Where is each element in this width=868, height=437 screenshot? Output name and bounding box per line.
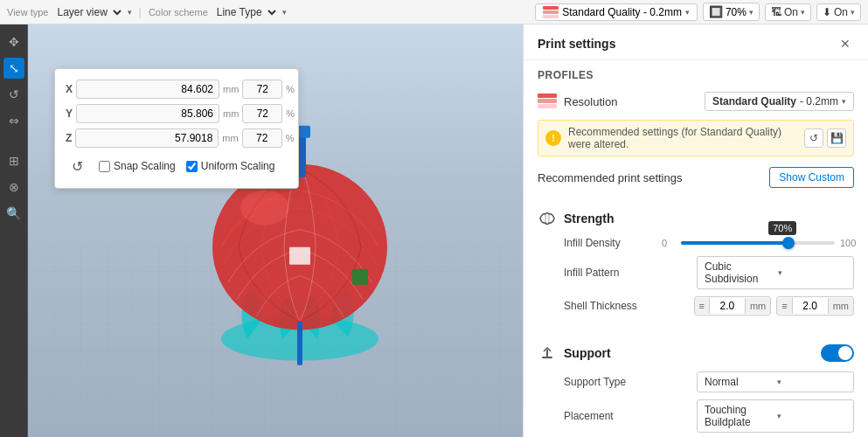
x-unit: mm — [223, 84, 239, 94]
transform-row-y: Y mm % — [66, 104, 288, 123]
z-pct-input[interactable] — [242, 128, 282, 148]
resolution-label: Resolution — [564, 95, 698, 108]
slider-track[interactable]: 70% — [681, 241, 835, 245]
shell-icon-2: ≡ — [777, 298, 792, 314]
svg-rect-9 — [352, 269, 368, 285]
view-type-select[interactable]: Layer view — [52, 5, 124, 19]
quality-icon — [543, 6, 559, 18]
svg-rect-2 — [543, 15, 559, 18]
panel-title: Print settings — [538, 37, 615, 51]
main-area: ✥ ⤡ ↺ ⇔ ⊞ ⊗ 🔍 — [0, 24, 868, 437]
svg-rect-1 — [543, 10, 559, 14]
infill-density-row: Infill Density 0 70% 100 — [538, 237, 854, 249]
warning-actions: ↺ 💾 — [804, 128, 846, 148]
slider-min: 0 — [662, 238, 676, 248]
viewport[interactable]: X mm % Y mm % Z mm % ↺ — [28, 24, 523, 437]
svg-rect-0 — [543, 6, 559, 10]
uniform-scaling-checkbox[interactable] — [186, 161, 198, 172]
shell-thickness-row: Shell Thickness ≡ mm ≡ mm — [538, 296, 854, 316]
sidebar-mirror-icon[interactable]: ⇔ — [3, 110, 24, 131]
print-chevron: ▾ — [851, 8, 855, 17]
warning-icon: ! — [545, 130, 561, 146]
sidebar-rotate-icon[interactable]: ↺ — [3, 84, 24, 105]
slider-max: 100 — [840, 238, 854, 248]
resolution-value: Standard Quality — [712, 95, 796, 108]
recommended-header: Recommended print settings Show Custom — [524, 160, 868, 195]
top-bar-right: Standard Quality - 0.2mm ▾ 🔲 70% ▾ 🏗 On … — [535, 3, 861, 21]
shell-field-1[interactable] — [710, 297, 745, 315]
y-pct-sign: % — [286, 108, 295, 119]
infill-density-label: Infill Density — [564, 237, 662, 249]
quality-chevron: ▾ — [685, 8, 690, 17]
quality-label: Standard Quality - 0.2mm — [562, 6, 682, 18]
x-value-input[interactable] — [76, 80, 219, 99]
zoom-chevron: ▾ — [749, 8, 753, 17]
svg-rect-15 — [542, 357, 552, 358]
resolution-dropdown[interactable]: Standard Quality - 0.2mm ▾ — [705, 92, 854, 111]
resolution-chevron: ▾ — [842, 97, 846, 106]
infill-pattern-chevron: ▾ — [778, 268, 846, 277]
sidebar-move-icon[interactable]: ✥ — [3, 31, 24, 52]
support-type-label: Support Type — [564, 376, 697, 388]
strength-title: Strength — [564, 212, 615, 225]
shell-field-2[interactable] — [793, 297, 828, 315]
shell-unit-1: mm — [745, 298, 770, 314]
support-icon: 🏗 — [771, 6, 781, 18]
warning-reset-btn[interactable]: ↺ — [804, 128, 823, 148]
warning-save-btn[interactable]: 💾 — [827, 128, 846, 148]
infill-pattern-dropdown[interactable]: Cubic Subdivision ▾ — [697, 256, 854, 289]
color-scheme-chevron: ▾ — [282, 8, 287, 17]
infill-slider-container: 0 70% 100 — [662, 238, 854, 248]
support-toggle[interactable]: 🏗 On ▾ — [765, 3, 811, 21]
infill-pattern-value: Cubic Subdivision — [705, 260, 773, 285]
shell-thickness-label: Shell Thickness — [564, 300, 694, 312]
resolution-suffix: - 0.2mm — [800, 95, 838, 108]
svg-rect-16 — [546, 350, 548, 357]
x-pct-sign: % — [286, 84, 295, 94]
uniform-scaling-label[interactable]: Uniform Scaling — [186, 160, 275, 172]
slider-fill — [681, 241, 788, 245]
transform-panel: X mm % Y mm % Z mm % ↺ — [54, 68, 299, 189]
view-type-label: View type — [7, 7, 49, 17]
close-button[interactable]: ✕ — [837, 35, 854, 52]
top-bar: View type Layer view ▾ | Color scheme Li… — [0, 0, 868, 24]
print-toggle[interactable]: ⬇ On ▾ — [816, 3, 861, 21]
y-pct-input[interactable] — [242, 104, 282, 123]
z-value-input[interactable] — [75, 128, 219, 148]
x-pct-input[interactable] — [242, 80, 282, 99]
svg-point-6 — [240, 191, 289, 225]
snap-scaling-label[interactable]: Snap Scaling — [99, 160, 176, 172]
view-type-control: View type Layer view ▾ — [7, 5, 132, 19]
y-value-input[interactable] — [76, 104, 219, 123]
zoom-button[interactable]: 🔲 70% ▾ — [703, 3, 760, 21]
panel-header: Print settings ✕ — [524, 24, 868, 60]
resolution-icon — [538, 94, 557, 109]
z-pct-sign: % — [286, 133, 295, 143]
svg-rect-14 — [538, 104, 557, 108]
quality-button[interactable]: Standard Quality - 0.2mm ▾ — [535, 3, 698, 21]
warning-bar: ! Recommended settings (for Standard Qua… — [538, 120, 854, 156]
show-custom-button[interactable]: Show Custom — [769, 167, 854, 188]
support-chevron: ▾ — [801, 8, 805, 17]
strength-header: Strength — [538, 209, 854, 228]
sidebar-search-icon[interactable]: 🔍 — [3, 203, 24, 224]
x-axis-label: X — [66, 83, 73, 95]
snap-scaling-checkbox[interactable] — [99, 161, 110, 172]
sidebar-scale-icon[interactable]: ⤡ — [3, 58, 24, 79]
slider-thumb[interactable]: 70% — [782, 237, 795, 249]
placement-dropdown[interactable]: Touching Buildplate ▾ — [697, 399, 854, 433]
print-label: On — [834, 6, 848, 18]
support-type-dropdown[interactable]: Normal ▾ — [697, 371, 854, 392]
sidebar-permodel-icon[interactable]: ⊞ — [3, 150, 24, 171]
color-scheme-label: Color scheme — [149, 7, 208, 17]
y-unit: mm — [223, 108, 239, 119]
placement-value: Touching Buildplate — [705, 404, 774, 428]
reset-button[interactable]: ↺ — [66, 155, 88, 177]
color-scheme-select[interactable]: Line Type — [212, 5, 279, 19]
sidebar-support-icon[interactable]: ⊗ — [3, 177, 24, 198]
infill-pattern-row: Infill Pattern Cubic Subdivision ▾ — [538, 256, 854, 289]
infill-pattern-label: Infill Pattern — [564, 267, 697, 279]
shell-icon-1: ≡ — [695, 298, 710, 314]
support-toggle-switch[interactable] — [821, 344, 854, 362]
support-header-row: Support — [538, 343, 854, 363]
